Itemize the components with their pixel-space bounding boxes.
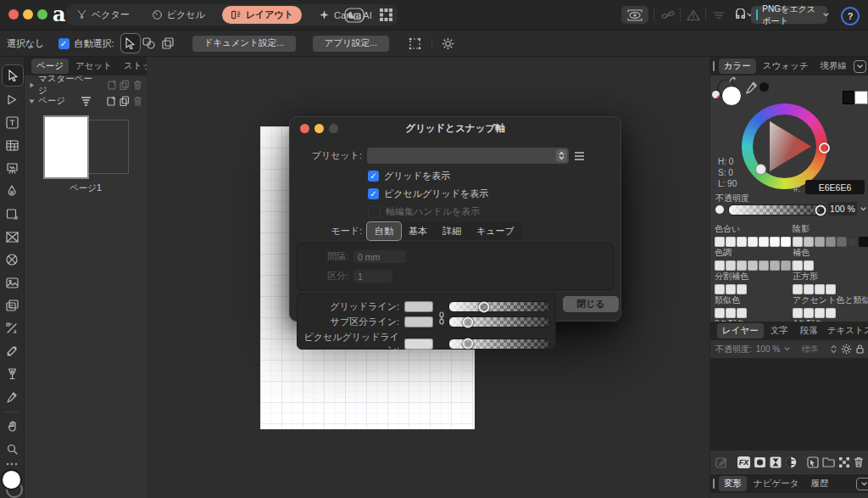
color-wheel[interactable] (742, 104, 827, 189)
subdivision-opacity-slider[interactable] (448, 316, 550, 327)
persona-pixel[interactable]: ピクセル (147, 7, 210, 23)
swatch[interactable] (748, 260, 758, 271)
minimize-window-button[interactable] (23, 9, 33, 20)
fill-tool[interactable] (2, 341, 22, 361)
swatch[interactable] (837, 237, 847, 247)
select-layer-mode-button[interactable] (159, 34, 177, 53)
layer-settings-gear-icon[interactable] (841, 344, 852, 355)
new-group-folder-icon[interactable] (822, 456, 835, 467)
picture-frame-tool[interactable] (2, 158, 22, 178)
pixel-grid-opacity-slider[interactable] (448, 339, 550, 350)
swatch[interactable] (804, 260, 814, 271)
tab-stroke[interactable]: 境界線 (815, 59, 852, 74)
tab-layers[interactable]: レイヤー (717, 323, 764, 339)
tab-text-styles[interactable]: テキストスタイル (825, 323, 868, 339)
no-color-indicator[interactable] (712, 91, 720, 98)
opacity-value-field[interactable]: 100 % (828, 202, 857, 215)
saturation-selector[interactable] (756, 165, 765, 174)
add-page-icon[interactable] (107, 96, 116, 106)
swatch[interactable] (759, 260, 769, 271)
show-grid-checkbox[interactable]: ✓グリッドを表示 (368, 170, 450, 182)
select-group-mode-button[interactable] (140, 34, 159, 53)
picked-color-dot[interactable] (760, 82, 769, 92)
auto-select-checkbox[interactable]: ✓ (58, 38, 70, 49)
layer-lock-icon[interactable] (856, 344, 864, 354)
swatch[interactable] (848, 237, 858, 247)
swatch[interactable] (815, 308, 825, 318)
more-tools-button[interactable] (2, 459, 22, 469)
swatch[interactable] (737, 260, 747, 271)
swatch[interactable] (726, 260, 736, 271)
swatch[interactable] (781, 260, 791, 271)
subdivision-color-well[interactable] (404, 316, 433, 327)
help-button[interactable]: ? (841, 7, 860, 25)
disclosure-right-icon[interactable] (29, 82, 35, 88)
swatch[interactable] (737, 284, 747, 294)
rectangle-tool[interactable] (2, 204, 22, 224)
swatch[interactable] (859, 237, 868, 247)
frame-text-tool[interactable] (2, 112, 22, 132)
layers-list-empty[interactable] (710, 358, 868, 450)
swatch[interactable] (770, 237, 780, 247)
persona-layout[interactable]: レイアウト (222, 6, 302, 24)
swatch[interactable] (726, 284, 736, 294)
swatch[interactable] (804, 308, 814, 318)
swatch[interactable] (715, 308, 725, 318)
tab-history[interactable]: 履歴 (805, 476, 833, 491)
swatch[interactable] (793, 260, 803, 271)
swatch[interactable] (804, 284, 814, 294)
move-tool[interactable] (2, 64, 24, 87)
tab-transform[interactable]: 変形 (719, 476, 747, 491)
pixel-grid-color-well[interactable] (404, 339, 433, 350)
pages-row[interactable]: ページ (25, 94, 147, 108)
swatch[interactable] (715, 237, 725, 247)
document-settings-button[interactable]: ドキュメント設定... (192, 36, 296, 52)
hex-field[interactable]: E6E6E6 (805, 180, 865, 194)
fill-color-well[interactable] (3, 471, 20, 489)
swatch[interactable] (815, 237, 825, 247)
show-pixel-grid-checkbox[interactable]: ✓ピクセルグリッドを表示 (368, 187, 488, 200)
color-eyedropper-icon[interactable] (744, 81, 759, 94)
mode-basic[interactable]: 基本 (401, 222, 435, 240)
persona-vector[interactable]: ベクター (71, 7, 135, 23)
tab-color[interactable]: カラー (719, 59, 756, 74)
layers-opacity-value[interactable]: 100 % (756, 344, 780, 354)
swatch[interactable] (793, 237, 803, 247)
tab-swatches[interactable]: スウォッチ (758, 59, 814, 74)
swatch[interactable] (715, 284, 725, 294)
page1-thumbnail[interactable] (45, 117, 87, 177)
swatch[interactable] (781, 237, 791, 247)
zoom-window-button[interactable] (37, 9, 47, 20)
swatch[interactable] (726, 237, 736, 247)
table-tool[interactable] (2, 135, 22, 155)
page-sort-icon[interactable] (81, 97, 92, 106)
swatch[interactable] (826, 237, 836, 247)
pen-tool[interactable] (2, 181, 22, 201)
swatch[interactable] (815, 284, 825, 294)
disclosure-down-icon[interactable] (29, 98, 35, 104)
preset-select[interactable] (367, 148, 569, 164)
tab-character[interactable]: 文字 (765, 323, 793, 339)
transform-panel-menu-button[interactable] (856, 478, 868, 490)
mode-auto[interactable]: 自動 (367, 222, 401, 240)
swatch[interactable] (737, 308, 747, 318)
adjustment-circle-icon[interactable] (785, 456, 797, 468)
preview-mode-button[interactable] (621, 6, 648, 24)
close-dialog-button[interactable]: 閉じる (563, 296, 619, 312)
master-pages-row[interactable]: マスターページ (25, 78, 147, 92)
panel-handle[interactable] (713, 478, 715, 489)
color-opacity-knob[interactable] (815, 204, 826, 215)
marquee-settings-button[interactable] (406, 34, 425, 53)
swatch[interactable] (826, 308, 836, 318)
tab-paragraph[interactable]: 段落 (795, 323, 823, 339)
swatch[interactable] (715, 260, 725, 271)
color-picker-tool[interactable] (2, 387, 22, 407)
swatch[interactable] (726, 308, 736, 318)
point-transform-tool[interactable] (2, 318, 22, 339)
swatch[interactable] (793, 308, 803, 318)
duplicate-page-icon[interactable] (120, 96, 130, 106)
fill-well[interactable] (721, 86, 742, 106)
swap-colors-icon[interactable] (729, 76, 737, 83)
panel-handle[interactable] (713, 61, 715, 71)
swatch[interactable] (759, 237, 769, 247)
